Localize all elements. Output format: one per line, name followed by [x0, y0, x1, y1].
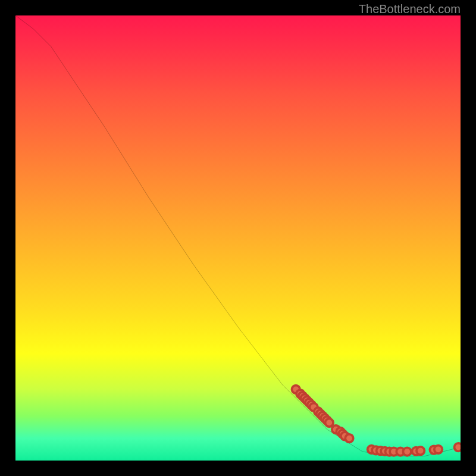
watermark-text: TheBottleneck.com	[359, 2, 461, 16]
data-dot	[434, 446, 442, 453]
data-dot	[325, 419, 333, 427]
chart-svg	[15, 15, 461, 461]
bottleneck-curve	[15, 15, 461, 456]
data-dots-group	[292, 386, 461, 456]
data-dot	[345, 434, 353, 442]
data-dot	[403, 447, 411, 455]
data-dot	[416, 447, 424, 455]
data-dot	[455, 443, 461, 451]
